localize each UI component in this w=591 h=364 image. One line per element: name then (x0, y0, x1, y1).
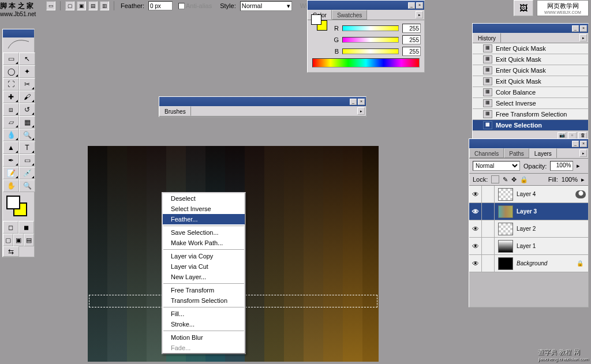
menu-item[interactable]: Layer via Cut (163, 261, 245, 272)
healing-brush-tool[interactable]: ✚ (3, 91, 19, 103)
minimize-icon[interactable]: _ (572, 141, 579, 147)
close-icon[interactable]: × (580, 25, 587, 32)
foreground-background-swatch[interactable] (5, 194, 32, 219)
type-tool[interactable]: T (19, 141, 35, 154)
lock-move-icon[interactable]: ✥ (511, 176, 517, 183)
panel-menu-icon[interactable]: ▸ (357, 107, 365, 115)
menu-item[interactable]: Stroke... (163, 319, 245, 329)
path-select-tool[interactable]: ▲ (3, 141, 19, 154)
panel-menu-icon[interactable]: ▸ (579, 149, 587, 157)
fill-input[interactable]: 100% (562, 176, 578, 183)
dodge-tool[interactable]: 🔍 (19, 129, 35, 141)
layer-row[interactable]: 👁Layer 3 (469, 203, 588, 220)
eyedropper-tool[interactable]: 💉 (19, 167, 35, 179)
tab-swatches[interactable]: Swatches (332, 10, 367, 20)
foreground-color-swatch[interactable] (6, 196, 20, 209)
layer-thumbnail[interactable] (498, 240, 513, 253)
layer-thumbnail[interactable] (498, 205, 513, 218)
subtract-selection-icon[interactable]: ▤ (88, 1, 98, 10)
menu-item[interactable]: Feather... (163, 214, 245, 224)
minimize-icon[interactable]: _ (350, 99, 357, 105)
b-value-input[interactable] (402, 47, 421, 56)
visibility-toggle[interactable]: 👁 (469, 186, 482, 203)
g-slider[interactable] (342, 37, 399, 43)
selection-tool-preset-icon[interactable]: ▭ (46, 1, 55, 10)
hand-tool[interactable]: ✋ (3, 179, 19, 192)
pen-tool[interactable]: ✒ (3, 154, 19, 167)
layer-thumbnail[interactable] (498, 257, 513, 270)
history-item[interactable]: ▦Color Balance (473, 87, 588, 98)
notes-tool[interactable]: 📝 (3, 167, 19, 179)
layer-row[interactable]: 👁Layer 2 (469, 220, 588, 238)
screen-mode-standard[interactable]: ▢ (3, 234, 13, 246)
tab-paths[interactable]: Paths (504, 148, 529, 158)
gradient-tool[interactable]: ▦ (19, 116, 35, 129)
marquee-tool[interactable]: ▭ (3, 52, 19, 65)
tab-brushes[interactable]: Brushes (159, 106, 191, 116)
intersect-selection-icon[interactable]: ▥ (100, 1, 109, 10)
eraser-tool[interactable]: ▱ (3, 116, 19, 129)
history-item[interactable]: ▦Enter Quick Mask (473, 65, 588, 76)
menu-item[interactable]: Select Inverse (163, 204, 245, 214)
link-column[interactable] (482, 203, 495, 220)
lock-all-icon[interactable]: 🔒 (520, 176, 528, 183)
layer-row[interactable]: 👁Layer 4⬤ (469, 186, 588, 203)
standard-mode-button[interactable]: ◻ (3, 221, 18, 234)
blend-mode-select[interactable]: Normal (473, 161, 520, 171)
brush-tool[interactable]: 🖌 (19, 91, 35, 103)
history-item[interactable]: ▦Select Inverse (473, 98, 588, 109)
brushes-titlebar[interactable]: _ × (159, 97, 366, 106)
r-value-input[interactable] (402, 24, 421, 33)
panel-menu-icon[interactable]: ▸ (416, 11, 423, 18)
history-brush-tool[interactable]: ↺ (19, 103, 35, 116)
screen-mode-full-menubar[interactable]: ▣ (13, 234, 24, 246)
opacity-input[interactable]: 100% (550, 161, 573, 171)
layers-titlebar[interactable]: _ × (469, 139, 588, 148)
close-icon[interactable]: × (358, 99, 365, 105)
menu-item[interactable]: New Layer... (163, 272, 245, 282)
layer-effects-badge[interactable]: ⬤ (575, 190, 586, 198)
color-ramp[interactable] (312, 58, 420, 67)
toolbox-titlebar[interactable] (3, 29, 34, 37)
magic-wand-tool[interactable]: ✦ (19, 65, 35, 78)
minimize-icon[interactable]: _ (572, 25, 579, 32)
quick-mask-button[interactable]: ◼ (18, 221, 34, 234)
move-tool[interactable]: ↖ (19, 52, 35, 65)
layer-name-label[interactable]: Layer 3 (517, 208, 588, 215)
history-item[interactable]: ▦Exit Quick Mask (473, 54, 588, 65)
history-item[interactable]: ▦Exit Quick Mask (473, 76, 588, 87)
shape-tool[interactable]: ▭ (19, 154, 35, 167)
visibility-toggle[interactable]: 👁 (469, 238, 482, 255)
tab-layers[interactable]: Layers (529, 148, 557, 158)
visibility-toggle[interactable]: 👁 (469, 203, 482, 220)
link-column[interactable] (482, 238, 495, 255)
layer-thumbnail[interactable] (498, 223, 513, 235)
visibility-toggle[interactable]: 👁 (469, 255, 482, 272)
blur-tool[interactable]: 💧 (3, 129, 19, 141)
menu-item[interactable]: Make Work Path... (163, 238, 245, 248)
tab-channels[interactable]: Channels (469, 148, 504, 158)
close-icon[interactable]: × (580, 141, 587, 147)
zoom-tool[interactable]: 🔍 (19, 179, 35, 192)
lasso-tool[interactable]: ◯ (3, 65, 19, 78)
history-item[interactable]: ▦Free Transform Selection (473, 109, 588, 120)
feather-input[interactable] (148, 1, 173, 10)
lock-brush-icon[interactable]: ✎ (503, 176, 508, 183)
screen-mode-full[interactable]: ▤ (24, 234, 34, 246)
new-selection-icon[interactable]: ▢ (65, 1, 74, 10)
add-selection-icon[interactable]: ▣ (77, 1, 86, 10)
visibility-toggle[interactable]: 👁 (469, 220, 482, 238)
link-column[interactable] (482, 255, 495, 272)
crop-tool[interactable]: ⛶ (3, 78, 19, 91)
r-slider[interactable] (342, 25, 399, 31)
style-select[interactable]: Normal▾ (240, 1, 292, 11)
menu-item[interactable]: Save Selection... (163, 227, 245, 238)
menu-item[interactable]: Deselect (163, 193, 245, 204)
menu-item[interactable]: Layer via Copy (163, 251, 245, 261)
b-slider[interactable] (342, 48, 399, 54)
layer-row[interactable]: 👁Layer 1 (469, 238, 588, 255)
history-titlebar[interactable]: _ × (473, 24, 588, 33)
menu-item[interactable]: Free Transform (163, 285, 245, 295)
layer-name-label[interactable]: Layer 1 (517, 243, 588, 249)
clone-stamp-tool[interactable]: ⧇ (3, 103, 19, 116)
